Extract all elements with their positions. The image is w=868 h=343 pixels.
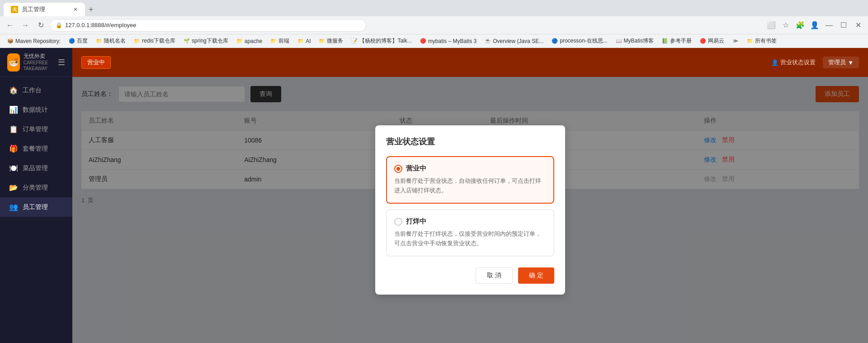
bookmark-ai[interactable]: 📁 AI (294, 37, 314, 45)
logo-image: 🍜 (7, 53, 20, 71)
dialog-title: 营业状态设置 (386, 136, 554, 147)
address-bar[interactable]: 🔒 127.0.0.1:8888/#/employee (50, 19, 366, 32)
radio-closed-dot (394, 218, 402, 226)
user-dropdown[interactable]: 管理员 ▼ (823, 57, 859, 68)
bookmarks-bar: 📦 Maven Repository: 🔵 百度 📁 随机名名 📁 redis下… (0, 34, 868, 48)
bookmark-icon: 🔴 (420, 38, 426, 44)
back-button[interactable]: ← (4, 19, 16, 32)
bookmark-spring[interactable]: 🌱 spring下载仓库 (180, 36, 232, 46)
new-tab-button[interactable]: + (85, 5, 97, 14)
dishes-icon: 🍽️ (9, 164, 18, 172)
bookmark-icon: 📁 (319, 38, 325, 44)
active-tab[interactable]: 无 员工管理 ✕ (4, 3, 85, 16)
sidebar-item-label: 工作台 (23, 86, 42, 95)
option-closed-header: 打烊中 (394, 217, 546, 226)
business-status-label: 营业状态设置 (780, 58, 816, 67)
option-closed-desc: 当前餐厅处于打烊状态，仅接受营业时间内的预定订单，可点击营业中手动恢复营业状态。 (394, 229, 546, 248)
person-icon: 👤 (771, 59, 778, 66)
bookmark-label: 前端 (278, 37, 289, 45)
profile-button[interactable]: 👤 (808, 19, 821, 32)
sidebar-item-orders[interactable]: 📋 订单管理 (0, 119, 72, 139)
bookmark-icon: ☕ (485, 38, 491, 44)
sidebar-item-label: 数据统计 (23, 106, 48, 114)
top-header: 营业中 👤 营业状态设置 管理员 ▼ (72, 48, 868, 77)
bookmark-label: Maven Repository: (15, 38, 61, 44)
bookmark-label: MyBatis博客 (624, 37, 654, 45)
bookmark-label: 参考手册 (670, 37, 692, 45)
extensions-button[interactable]: ⬜ (765, 19, 778, 32)
sidebar-item-label: 订单管理 (23, 125, 48, 133)
bookmark-icon: 🔴 (700, 38, 706, 44)
logo-area: 🍜 无忧外卖 CAREFREE TAKEAWAY ☰ (0, 48, 72, 77)
sidebar-item-statistics[interactable]: 📊 数据统计 (0, 100, 72, 119)
bookmark-icon: 📁 (134, 38, 140, 44)
option-open[interactable]: 营业中 当前餐厅处于营业状态，自动接收任何订单，可点击打烊进入店铺打烊状态。 (386, 156, 554, 204)
maximize-button[interactable]: ☐ (837, 19, 850, 32)
bookmark-label: 百度 (77, 37, 88, 45)
sidebar-item-dishes[interactable]: 🍽️ 菜品管理 (0, 158, 72, 178)
bookmark-icon: 🌱 (184, 38, 190, 44)
bookmark-javase[interactable]: ☕ Overview (Java SE... (481, 37, 547, 45)
bookmark-microservice[interactable]: 📁 微服务 (315, 36, 347, 46)
modal-overlay[interactable]: 营业状态设置 营业中 当前餐厅处于营业状态，自动接收任何订单，可点击打烊进入店铺… (72, 77, 868, 343)
bookmark-label: processon-在线思... (560, 37, 607, 45)
radio-open-dot (394, 165, 402, 173)
bookmark-label: mybatis – MyBatis 3 (428, 38, 476, 44)
bookmark-more[interactable]: ≫ (729, 37, 742, 45)
business-status-button[interactable]: 👤 营业状态设置 (771, 58, 816, 67)
option-closed-label: 打烊中 (406, 217, 426, 226)
header-right: 👤 营业状态设置 管理员 ▼ (771, 57, 859, 68)
employees-icon: 👥 (9, 203, 18, 211)
bookmark-processon[interactable]: 🔵 processon-在线思... (548, 36, 611, 46)
sidebar-item-label: 员工管理 (23, 203, 48, 211)
business-status-dialog: 营业状态设置 营业中 当前餐厅处于营业状态，自动接收任何订单，可点击打烊进入店铺… (375, 125, 565, 294)
logo-text: 无忧外卖 CAREFREE TAKEAWAY (24, 53, 58, 72)
tab-bar: 无 员工管理 ✕ + (0, 0, 868, 16)
bookmark-baidu[interactable]: 🔵 百度 (65, 36, 91, 46)
bookmark-button[interactable]: ☆ (779, 19, 792, 32)
bookmark-manual[interactable]: 📗 参考手册 (658, 36, 695, 46)
statistics-icon: 📊 (9, 105, 18, 114)
bookmark-label: AI (306, 38, 311, 44)
bookmark-maven[interactable]: 📦 Maven Repository: (4, 37, 64, 45)
close-window-button[interactable]: ✕ (852, 19, 864, 32)
sidebar-item-workbench[interactable]: 🏠 工作台 (0, 81, 72, 100)
workbench-icon: 🏠 (9, 86, 18, 95)
tab-close-button[interactable]: ✕ (73, 6, 78, 13)
business-status-badge[interactable]: 营业中 (81, 56, 111, 69)
option-closed[interactable]: 打烊中 当前餐厅处于打烊状态，仅接受营业时间内的预定订单，可点击营业中手动恢复营… (386, 209, 554, 257)
bookmark-mybatis[interactable]: 🔴 mybatis – MyBatis 3 (416, 37, 480, 45)
minimize-button[interactable]: — (823, 19, 835, 32)
tab-title: 员工管理 (22, 5, 45, 14)
option-open-label: 营业中 (406, 164, 426, 173)
bookmark-icon: 📁 (270, 38, 277, 44)
forward-button[interactable]: → (19, 19, 32, 32)
app-container: 🍜 无忧外卖 CAREFREE TAKEAWAY ☰ 🏠 工作台 📊 数据统计 … (0, 48, 868, 343)
user-label: 管理员 (828, 58, 846, 67)
sidebar-item-combos[interactable]: 🎁 套餐管理 (0, 139, 72, 158)
bookmark-apache[interactable]: 📁 apache (233, 37, 266, 45)
chevron-down-icon: ▼ (848, 59, 854, 66)
bookmark-frontend[interactable]: 📁 前端 (267, 36, 293, 46)
sidebar-item-label: 套餐管理 (23, 145, 48, 153)
menu-toggle-button[interactable]: ☰ (58, 57, 65, 67)
confirm-button[interactable]: 确 定 (518, 267, 554, 284)
reload-button[interactable]: ↻ (34, 19, 47, 32)
bookmark-netease[interactable]: 🔴 网易云 (696, 36, 728, 46)
bookmark-icon: 🔵 (552, 38, 558, 44)
sidebar-item-employees[interactable]: 👥 员工管理 (0, 197, 72, 217)
browser-toolbar: ← → ↻ 🔒 127.0.0.1:8888/#/employee ⬜ ☆ 🧩 … (0, 16, 868, 34)
bookmark-icon: 📁 (236, 38, 243, 44)
page-body: 员工姓名： 查询 添加员工 员工姓名 账号 状态 最后操作时间 操作 (72, 77, 868, 343)
bookmark-mybatis-blog[interactable]: 📖 MyBatis博客 (612, 36, 658, 46)
sidebar-item-label: 分类管理 (23, 184, 48, 192)
cancel-button[interactable]: 取 消 (476, 267, 513, 284)
bookmark-label: Overview (Java SE... (493, 38, 543, 44)
bookmark-random[interactable]: 📁 随机名名 (92, 36, 129, 46)
bookmark-label: spring下载仓库 (192, 37, 228, 45)
bookmark-blog[interactable]: 📝 【杨校的博客】Talk... (348, 36, 415, 46)
bookmark-all[interactable]: 📁 所有书签 (743, 36, 780, 46)
sidebar-item-categories[interactable]: 📂 分类管理 (0, 178, 72, 197)
extensions-mgr-button[interactable]: 🧩 (794, 19, 807, 32)
bookmark-redis[interactable]: 📁 redis下载仓库 (130, 36, 179, 46)
